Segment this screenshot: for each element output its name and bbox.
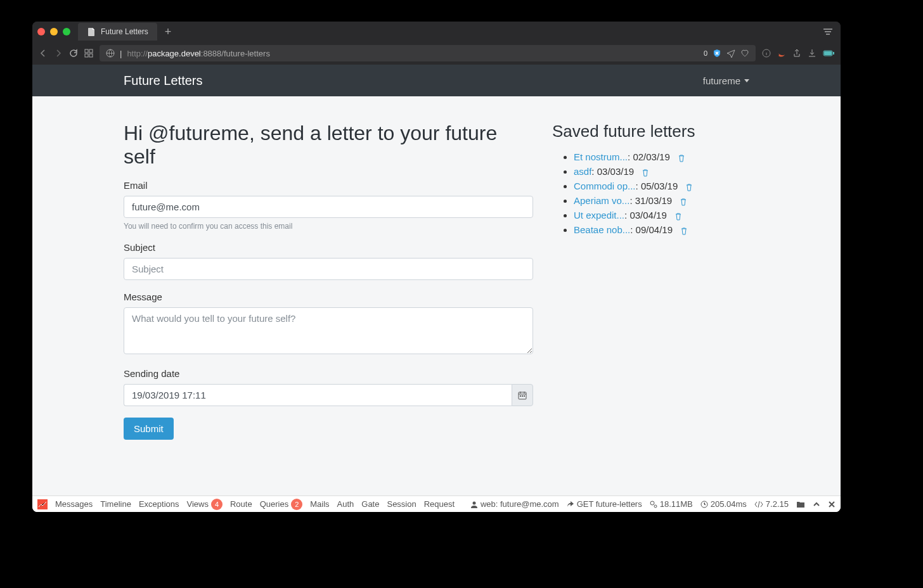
sending-date-label: Sending date xyxy=(124,368,533,379)
svg-rect-8 xyxy=(833,52,834,54)
calendar-button[interactable] xyxy=(512,384,533,406)
sending-date-field[interactable] xyxy=(124,384,512,406)
debug-user[interactable]: web: future@me.com xyxy=(470,499,559,509)
svg-point-14 xyxy=(472,501,475,504)
brand[interactable]: Future Letters xyxy=(124,74,203,88)
email-field[interactable] xyxy=(124,196,533,218)
debug-memory[interactable]: 18.11MB xyxy=(650,499,693,509)
debug-tab-exceptions[interactable]: Exceptions xyxy=(139,499,179,509)
subject-label: Subject xyxy=(124,242,533,253)
debug-route[interactable]: GET future-letters xyxy=(567,499,642,509)
trash-icon[interactable] xyxy=(642,169,649,177)
debug-tab-gate[interactable]: Gate xyxy=(361,499,379,509)
saved-item-date: 31/03/19 xyxy=(635,195,672,206)
debug-collapse-icon[interactable] xyxy=(813,501,820,508)
svg-rect-1 xyxy=(89,49,93,53)
sending-date-group: Sending date xyxy=(124,368,533,406)
debug-time[interactable]: 205.04ms xyxy=(700,499,747,509)
debug-php[interactable]: 7.2.15 xyxy=(754,499,789,509)
saved-item-date: 05/03/19 xyxy=(641,181,678,191)
saved-item-link[interactable]: Commodi op... xyxy=(574,181,636,191)
svg-point-16 xyxy=(654,505,657,508)
debug-folder-icon[interactable] xyxy=(796,501,805,508)
new-tab-button[interactable]: + xyxy=(165,25,172,39)
page-title: Hi @futureme, send a letter to your futu… xyxy=(124,122,533,169)
debug-tab-views[interactable]: Views4 xyxy=(187,499,223,510)
svg-rect-10 xyxy=(520,395,521,397)
shield-icon[interactable] xyxy=(713,49,721,58)
window-maximize-button[interactable] xyxy=(63,28,70,35)
code-icon xyxy=(754,501,763,508)
site-info-icon[interactable] xyxy=(106,49,115,58)
debugbar-logo-icon[interactable] xyxy=(37,499,48,509)
saved-item-date: 09/04/19 xyxy=(636,224,673,235)
message-group: Message xyxy=(124,291,533,357)
trash-icon[interactable] xyxy=(680,198,687,206)
debug-tab-queries[interactable]: Queries2 xyxy=(260,499,303,510)
debug-tab-session[interactable]: Session xyxy=(387,499,416,509)
submit-button[interactable]: Submit xyxy=(124,418,174,440)
svg-rect-12 xyxy=(524,395,525,397)
trash-icon[interactable] xyxy=(685,183,693,191)
trash-icon[interactable] xyxy=(674,212,682,220)
window-close-button[interactable] xyxy=(37,28,45,35)
saved-item-date: 02/03/19 xyxy=(633,151,669,162)
page-icon xyxy=(87,27,96,36)
debug-tab-route[interactable]: Route xyxy=(230,499,252,509)
saved-item-link[interactable]: asdf xyxy=(574,166,591,177)
debug-tab-timeline[interactable]: Timeline xyxy=(100,499,131,509)
page-body: Hi @futureme, send a letter to your futu… xyxy=(32,96,841,495)
separator: | xyxy=(120,49,122,58)
download-icon[interactable] xyxy=(808,49,816,58)
svg-rect-7 xyxy=(824,51,832,55)
trash-icon[interactable] xyxy=(678,154,685,162)
clock-icon xyxy=(700,501,708,508)
toolbar-icons xyxy=(762,49,834,58)
tab-menu-icon[interactable] xyxy=(820,25,836,38)
calendar-icon xyxy=(518,391,527,400)
share-icon[interactable] xyxy=(792,49,801,58)
saved-item-link[interactable]: Ut expedit... xyxy=(574,210,624,220)
subject-group: Subject xyxy=(124,242,533,280)
browser-window: Future Letters + | http://package.devel:… xyxy=(32,22,841,512)
forward-button[interactable] xyxy=(54,49,63,58)
debug-tab-auth[interactable]: Auth xyxy=(337,499,354,509)
saved-item: Beatae nob...: 09/04/19 xyxy=(574,224,749,235)
saved-item: Aperiam vo...: 31/03/19 xyxy=(574,195,749,206)
saved-item-link[interactable]: Et nostrum... xyxy=(574,151,628,162)
message-field[interactable] xyxy=(124,307,533,354)
window-minimize-button[interactable] xyxy=(50,28,58,35)
grid-icon[interactable] xyxy=(84,49,93,58)
saved-item-link[interactable]: Beatae nob... xyxy=(574,224,630,235)
saved-item-link[interactable]: Aperiam vo... xyxy=(574,195,629,206)
debug-tab-request[interactable]: Request xyxy=(424,499,455,509)
subject-field[interactable] xyxy=(124,258,533,280)
battery-icon[interactable] xyxy=(823,50,834,56)
svg-rect-11 xyxy=(522,395,523,397)
info-icon[interactable] xyxy=(762,49,771,58)
url-text: http://package.devel:8888/future-letters xyxy=(127,49,270,58)
email-help: You will need to confirm you can access … xyxy=(124,222,533,231)
user-menu[interactable]: futureme xyxy=(703,75,749,86)
email-label: Email xyxy=(124,180,533,191)
saved-column: Saved future letters Et nostrum...: 02/0… xyxy=(552,122,749,495)
browser-tab[interactable]: Future Letters xyxy=(78,23,157,41)
email-group: Email You will need to confirm you can a… xyxy=(124,180,533,231)
debug-tab-messages[interactable]: Messages xyxy=(55,499,93,509)
back-button[interactable] xyxy=(39,49,48,58)
content-area: Future Letters futureme Hi @futureme, se… xyxy=(32,65,841,512)
reload-button[interactable] xyxy=(69,49,78,58)
form-column: Hi @futureme, send a letter to your futu… xyxy=(124,122,533,495)
debug-bar: Messages Timeline Exceptions Views4 Rout… xyxy=(32,495,841,512)
address-bar[interactable]: | http://package.devel:8888/future-lette… xyxy=(100,45,756,61)
debug-close-icon[interactable] xyxy=(828,501,836,508)
heart-icon[interactable] xyxy=(740,49,749,58)
traffic-lights xyxy=(37,28,70,35)
swift-icon[interactable] xyxy=(777,49,786,58)
cogs-icon xyxy=(650,501,657,508)
debug-tab-mails[interactable]: Mails xyxy=(310,499,329,509)
saved-item: Et nostrum...: 02/03/19 xyxy=(574,151,749,162)
trash-icon[interactable] xyxy=(680,227,688,235)
svg-rect-2 xyxy=(85,54,88,57)
send-icon[interactable] xyxy=(726,49,735,58)
